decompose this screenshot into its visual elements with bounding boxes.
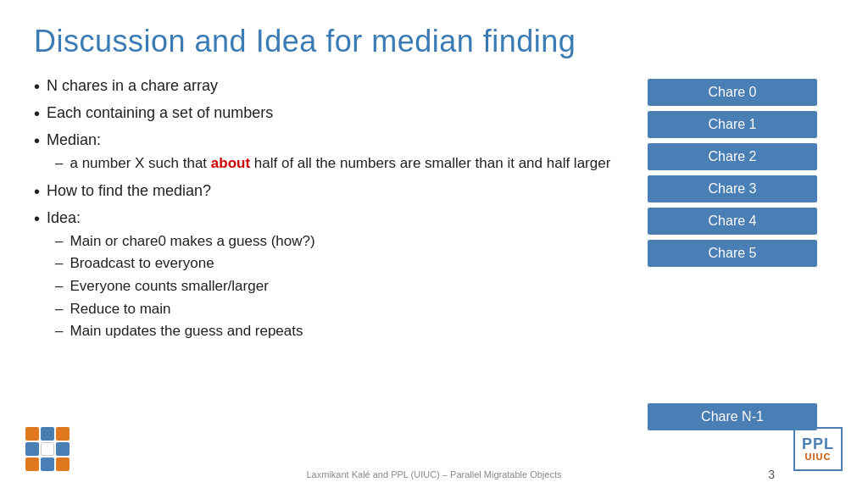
bullet-text: Each containing a set of numbers (47, 102, 273, 125)
footer-text: Laxmikant Kalé and PPL (UIUC) – Parallel… (34, 469, 834, 480)
sub-list-item: Reduce to main (55, 299, 315, 320)
bullet-list: N chares in a chare array Each containin… (34, 75, 614, 344)
chare-box-0: Chare 0 (648, 79, 817, 106)
sub-list-idea: Main or chare0 makes a guess (how?) Broa… (55, 231, 315, 342)
sub-item-text: Main updates the guess and repeats (70, 321, 303, 342)
page-number: 3 (768, 468, 775, 481)
list-item: Idea: Main or chare0 makes a guess (how?… (34, 207, 614, 344)
sub-list-item: Main or chare0 makes a guess (how?) (55, 231, 315, 252)
logo-icon (25, 427, 70, 471)
chare-box-2: Chare 2 (648, 143, 817, 170)
bullet-text: N chares in a chare array (47, 75, 218, 97)
chare-n1-wrapper: Chare N-1 (631, 396, 834, 430)
ppl-logo-sub: UIUC (805, 452, 832, 462)
chare-box-5: Chare 5 (648, 240, 817, 267)
sub-text-before: a number X such that (70, 155, 210, 171)
sub-text-after: half of all the numbers are smaller than… (250, 155, 610, 171)
bullet-text: How to find the median? (47, 180, 211, 202)
bullet-with-sub: Idea: Main or chare0 makes a guess (how?… (47, 207, 315, 344)
sub-list-item: Broadcast to everyone (55, 253, 315, 274)
sub-item-text: Everyone counts smaller/larger (70, 276, 268, 297)
sub-item-text: Broadcast to everyone (70, 253, 214, 274)
sub-item-content: a number X such that about half of all t… (70, 153, 610, 175)
ppl-logo: PPL UIUC (793, 427, 843, 471)
sub-list-item: a number X such that about half of all t… (55, 153, 610, 175)
list-item: How to find the median? (34, 180, 614, 203)
list-item: N chares in a chare array (34, 75, 614, 98)
chare-box-n1: Chare N-1 (648, 403, 817, 430)
sub-list-item: Everyone counts smaller/larger (55, 276, 315, 297)
list-item: Each containing a set of numbers (34, 102, 614, 125)
bullet-with-sub: Median: a number X such that about half … (47, 129, 610, 176)
slide-title: Discussion and Idea for median finding (34, 24, 834, 59)
footer: Laxmikant Kalé and PPL (UIUC) – Parallel… (0, 469, 868, 480)
bullet-text: Median: (47, 131, 101, 148)
logo-area (25, 427, 70, 471)
chares-top: Chare 0 Chare 1 Chare 2 Chare 3 Chare 4 … (631, 75, 834, 267)
slide: Discussion and Idea for median finding N… (0, 0, 868, 488)
bullet-text: Idea: (47, 209, 81, 226)
left-content: N chares in a chare array Each containin… (34, 75, 631, 347)
sub-item-text: Reduce to main (70, 299, 170, 320)
content-area: N chares in a chare array Each containin… (34, 75, 834, 430)
sub-list-item: Main updates the guess and repeats (55, 321, 315, 342)
right-column: Chare 0 Chare 1 Chare 2 Chare 3 Chare 4 … (631, 75, 834, 430)
chare-box-1: Chare 1 (648, 111, 817, 138)
chare-box-3: Chare 3 (648, 175, 817, 202)
chare-box-4: Chare 4 (648, 208, 817, 235)
highlight-about: about (211, 155, 250, 171)
list-item: Median: a number X such that about half … (34, 129, 614, 176)
ppl-logo-text: PPL (802, 436, 834, 452)
sub-item-text: Main or chare0 makes a guess (how?) (70, 231, 314, 252)
sub-list: a number X such that about half of all t… (55, 153, 610, 175)
